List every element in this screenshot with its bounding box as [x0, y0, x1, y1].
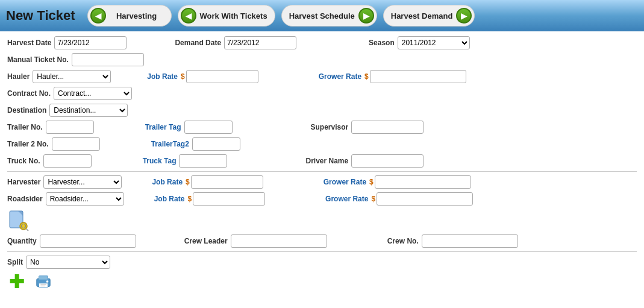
roadsider-grower-rate-currency: $ [371, 195, 375, 203]
row-roadsider: Roadsider Roadsider... Job Rate $ Grower… [7, 192, 637, 206]
harvester-job-rate-currency: $ [186, 178, 190, 186]
truck-no-label: Truck No. [7, 157, 40, 165]
field-trailer-no: Trailer No. [7, 121, 94, 134]
add-button[interactable]: ✚ [7, 272, 25, 292]
nav-harvesting-label: Harvesting [110, 11, 164, 20]
nav-harvest-schedule-label: Harvest Schedule [289, 11, 355, 20]
field-truck-tag: Truck Tag [143, 154, 228, 168]
harvester-select[interactable]: Harvester... [43, 175, 122, 189]
svg-text:✚: ✚ [9, 272, 24, 291]
add-icon: ✚ [7, 272, 25, 291]
document-search-icon [7, 209, 29, 231]
field-driver-name: Driver Name [305, 154, 424, 168]
roadsider-select[interactable]: Roadsider... [46, 192, 124, 206]
nav-harvest-demand[interactable]: Harvest Demand ▶ [383, 5, 475, 27]
row-quantity: Quantity Crew Leader Crew No. [7, 234, 637, 248]
form-content: Harvest Date Demand Date Season 2011/201… [0, 31, 644, 301]
quantity-label: Quantity [7, 237, 37, 245]
trailer-tag-label: Trailer Tag [145, 123, 181, 131]
season-select[interactable]: 2011/2012 [398, 36, 470, 49]
job-rate-currency: $ [181, 72, 185, 81]
field-crew-no: Crew No. [387, 234, 518, 248]
roadsider-job-rate-input[interactable] [193, 192, 265, 206]
crew-no-label: Crew No. [387, 237, 419, 245]
row-trailer2: Trailer 2 No. TrailerTag2 [7, 137, 637, 151]
hauler-select[interactable]: Hauler... [33, 70, 111, 83]
trailer-tag-input[interactable] [184, 121, 233, 134]
row-contract: Contract No. Contract... [7, 87, 637, 100]
field-season: Season 2011/2012 [369, 36, 470, 49]
row-doc-icon [7, 209, 637, 231]
nav-arrow-right-1: ▶ [358, 8, 374, 24]
row-destination: Destination Destination... [7, 104, 637, 117]
crew-leader-input[interactable] [231, 234, 327, 248]
field-roadsider-grower-rate: Grower Rate $ [325, 192, 473, 206]
trailer-no-input[interactable] [46, 121, 94, 134]
harvester-grower-rate-label: Grower Rate [324, 178, 366, 186]
supervisor-input[interactable] [351, 121, 424, 134]
trailer-no-label: Trailer No. [7, 123, 43, 131]
nav-arrow-left-2: ◀ [181, 8, 196, 24]
destination-select[interactable]: Destination... [49, 104, 128, 117]
divider-2 [7, 251, 637, 252]
svg-rect-9 [39, 283, 48, 288]
grower-rate-input[interactable] [370, 70, 466, 83]
row-dates: Harvest Date Demand Date Season 2011/201… [7, 36, 637, 49]
field-trailer2-no: Trailer 2 No. [7, 137, 100, 151]
row-actions: ✚ [7, 272, 637, 292]
driver-name-input[interactable] [351, 154, 424, 168]
contract-select[interactable]: Contract... [54, 87, 132, 100]
trailer2-label: Trailer 2 No. [7, 140, 49, 148]
truck-tag-input[interactable] [179, 154, 227, 168]
harvester-job-rate-input[interactable] [191, 175, 263, 189]
job-rate-label: Job Rate [147, 72, 178, 81]
row-split: Split No Yes [7, 256, 637, 269]
demand-date-label: Demand Date [175, 39, 221, 47]
season-label: Season [369, 39, 395, 47]
supervisor-label: Supervisor [311, 123, 349, 131]
manual-ticket-label: Manual Ticket No. [7, 55, 69, 64]
harvester-job-rate-label: Job Rate [152, 178, 183, 186]
field-manual-ticket: Manual Ticket No. [7, 53, 144, 66]
nav-harvest-demand-label: Harvest Demand [391, 11, 453, 20]
header: New Ticket ◀ Harvesting ◀ Work With Tick… [0, 0, 644, 31]
svg-rect-8 [39, 276, 48, 280]
field-harvester-grower-rate: Grower Rate $ [324, 175, 471, 189]
split-select[interactable]: No Yes [26, 256, 110, 269]
harvest-date-label: Harvest Date [7, 39, 51, 47]
row-hauler: Hauler Hauler... Job Rate $ Grower Rate … [7, 70, 637, 83]
document-search-button[interactable] [7, 209, 29, 231]
harvester-grower-rate-input[interactable] [375, 175, 471, 189]
nav-work-tickets-label: Work With Tickets [200, 11, 267, 20]
field-trailer-tag2: TrailerTag2 [151, 137, 240, 151]
trailer2-input[interactable] [52, 137, 100, 151]
job-rate-input[interactable] [186, 70, 258, 83]
svg-point-12 [46, 280, 49, 283]
field-roadsider-job-rate: Job Rate $ [154, 192, 265, 206]
nav-harvest-schedule[interactable]: Harvest Schedule ▶ [281, 5, 377, 27]
field-supervisor: Supervisor [311, 121, 424, 134]
roadsider-grower-rate-input[interactable] [377, 192, 473, 206]
truck-no-input[interactable] [43, 154, 92, 168]
print-button[interactable] [35, 273, 52, 292]
roadsider-job-rate-label: Job Rate [154, 195, 185, 203]
quantity-input[interactable] [40, 234, 136, 248]
roadsider-job-rate-currency: $ [187, 195, 192, 203]
trailer-tag2-input[interactable] [192, 137, 240, 151]
harvest-date-input[interactable] [54, 36, 127, 49]
field-crew-leader: Crew Leader [184, 234, 327, 248]
hauler-label: Hauler [7, 72, 30, 81]
harvester-label: Harvester [7, 178, 40, 186]
destination-label: Destination [7, 106, 46, 115]
print-icon [35, 273, 52, 290]
nav-work-with-tickets[interactable]: ◀ Work With Tickets [178, 5, 275, 27]
row-trailer: Trailer No. Trailer Tag Supervisor [7, 121, 637, 134]
nav-harvesting[interactable]: ◀ Harvesting [87, 5, 172, 27]
demand-date-input[interactable] [224, 36, 296, 49]
field-job-rate: Job Rate $ [147, 70, 258, 83]
manual-ticket-input[interactable] [72, 53, 144, 66]
page-title: New Ticket [6, 8, 75, 24]
crew-no-input[interactable] [422, 234, 518, 248]
split-label: Split [7, 258, 23, 266]
driver-name-label: Driver Name [305, 157, 348, 165]
